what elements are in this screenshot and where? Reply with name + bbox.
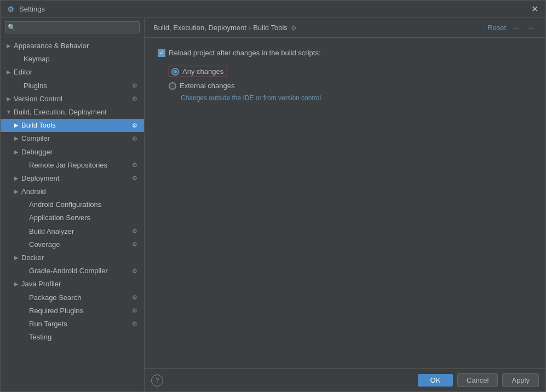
- expand-icon: [20, 215, 28, 222]
- radio-external-changes-row[interactable]: External changes: [169, 82, 532, 90]
- breadcrumb-separator: ›: [249, 24, 251, 32]
- expand-icon: ▶: [13, 175, 20, 182]
- radio-external-label: External changes: [180, 82, 234, 90]
- breadcrumb-actions: Reset ← →: [485, 22, 537, 33]
- sidebar-item-android-configurations[interactable]: Android Configurations: [1, 198, 144, 211]
- expand-icon: ▼: [5, 108, 13, 116]
- sidebar-item-required-plugins[interactable]: Required Plugins ⚙: [1, 304, 144, 318]
- sidebar-item-java-profiler[interactable]: ▶ Java Profiler: [1, 278, 144, 291]
- app-icon: ⚙: [6, 5, 15, 14]
- expand-icon: ▶: [5, 42, 13, 50]
- sidebar-item-build-analyzer[interactable]: Build Analyzer ⚙: [1, 225, 144, 238]
- sidebar-item-build-execution[interactable]: ▼ Build, Execution, Deployment: [1, 106, 144, 119]
- settings-gear-icon: ⚙: [132, 161, 140, 169]
- settings-gear-icon: ⚙: [132, 135, 140, 143]
- hint-text: Changes outside the IDE or from version …: [181, 94, 532, 102]
- radio-group: Any changes External changes Changes out…: [169, 66, 532, 102]
- sidebar-item-gradle-android[interactable]: Gradle-Android Compiler ⚙: [1, 264, 144, 278]
- sidebar-item-label: Gradle-Android Compiler: [29, 266, 132, 276]
- expand-icon: [20, 241, 28, 249]
- expand-icon: ▶: [5, 95, 13, 103]
- settings-content: Reload project after changes in the buil…: [145, 38, 545, 368]
- sidebar-item-debugger[interactable]: ▶ Debugger: [1, 146, 144, 159]
- search-input[interactable]: [5, 21, 140, 33]
- titlebar: ⚙ Settings ✕: [1, 1, 545, 18]
- expand-icon: ▶: [13, 135, 20, 142]
- sidebar-item-package-search[interactable]: Package Search ⚙: [1, 291, 144, 304]
- sidebar-item-label: Run Targets: [29, 319, 132, 329]
- search-bar: 🔍: [1, 18, 144, 37]
- bottom-left: ?: [151, 374, 163, 387]
- sidebar-item-application-servers[interactable]: Application Servers: [1, 211, 144, 224]
- reload-checkbox-label[interactable]: Reload project after changes in the buil…: [158, 49, 321, 57]
- sidebar-item-coverage[interactable]: Coverage ⚙: [1, 238, 144, 251]
- close-button[interactable]: ✕: [529, 4, 540, 15]
- settings-gear-icon: ⚙: [132, 240, 140, 249]
- sidebar-item-remote-jar[interactable]: Remote Jar Repositories ⚙: [1, 159, 144, 172]
- sidebar-item-label: Remote Jar Repositories: [29, 160, 132, 170]
- sidebar-item-label: Package Search: [29, 293, 132, 303]
- help-button[interactable]: ?: [151, 374, 163, 387]
- sidebar-item-compiler[interactable]: ▶ Compiler ⚙: [1, 132, 144, 145]
- checkbox-label-text: Reload project after changes in the buil…: [169, 49, 321, 57]
- settings-gear-icon: ⚙: [132, 174, 140, 182]
- sidebar-item-testing[interactable]: Testing: [1, 331, 144, 344]
- sidebar-item-label: Application Servers: [29, 213, 140, 223]
- sidebar-item-label: Plugins: [24, 81, 132, 91]
- expand-icon: ▶: [13, 122, 20, 129]
- expand-icon: [20, 307, 28, 315]
- settings-gear-icon: ⚙: [132, 122, 140, 130]
- expand-icon: ▶: [5, 68, 13, 76]
- expand-icon: ▶: [13, 280, 20, 288]
- expand-icon: ▶: [13, 188, 20, 195]
- sidebar-tree: ▶ Appearance & Behavior Keymap ▶ Editor …: [1, 37, 144, 391]
- sidebar-item-run-targets[interactable]: Run Targets ⚙: [1, 318, 144, 331]
- expand-icon: ▶: [13, 254, 20, 262]
- expand-icon: [20, 294, 28, 302]
- sidebar-item-deployment[interactable]: ▶ Deployment ⚙: [1, 172, 144, 185]
- sidebar-item-label: Version Control: [14, 94, 132, 104]
- sidebar-item-label: Android: [21, 187, 140, 197]
- sidebar-item-plugins[interactable]: Plugins ⚙: [1, 79, 144, 93]
- sidebar-item-label: Android Configurations: [29, 200, 140, 210]
- sidebar-item-version-control[interactable]: ▶ Version Control ⚙: [1, 93, 144, 106]
- sidebar-item-label: Keymap: [24, 54, 140, 64]
- sidebar-item-label: Required Plugins: [29, 306, 132, 316]
- sidebar-item-label: Docker: [21, 253, 140, 263]
- settings-gear-icon: ⚙: [132, 267, 140, 275]
- settings-gear-icon: ⚙: [132, 95, 140, 103]
- sidebar-item-docker[interactable]: ▶ Docker: [1, 251, 144, 264]
- sidebar-item-label: Editor: [14, 67, 140, 77]
- reset-button[interactable]: Reset: [485, 22, 508, 33]
- expand-icon: [15, 55, 22, 63]
- expand-icon: [15, 82, 22, 90]
- sidebar-item-android[interactable]: ▶ Android: [1, 185, 144, 198]
- breadcrumb-path: Build, Execution, Deployment: [153, 24, 246, 32]
- cancel-button[interactable]: Cancel: [457, 373, 498, 387]
- sidebar-item-label: Debugger: [21, 147, 140, 157]
- settings-gear-icon: ⚙: [132, 82, 140, 90]
- sidebar-item-editor[interactable]: ▶ Editor: [1, 66, 144, 79]
- radio-any-changes[interactable]: [171, 68, 179, 76]
- apply-button[interactable]: Apply: [502, 373, 539, 387]
- expand-icon: [20, 201, 28, 209]
- reload-checkbox[interactable]: [158, 49, 165, 57]
- breadcrumb-current: Build Tools: [253, 24, 288, 32]
- ok-button[interactable]: OK: [418, 374, 453, 387]
- expand-icon: [20, 162, 28, 169]
- sidebar-item-keymap[interactable]: Keymap: [1, 53, 144, 66]
- checkbox-row: Reload project after changes in the buil…: [158, 49, 532, 57]
- sidebar-item-label: Java Profiler: [21, 279, 140, 289]
- expand-icon: [20, 320, 28, 328]
- sidebar-item-label: Build, Execution, Deployment: [14, 107, 140, 117]
- main-content: 🔍 ▶ Appearance & Behavior Keymap ▶: [1, 18, 545, 391]
- radio-any-changes-row[interactable]: Any changes: [169, 66, 532, 77]
- sidebar-item-label: Testing: [29, 332, 140, 342]
- forward-button[interactable]: →: [525, 22, 537, 33]
- radio-any-label: Any changes: [182, 67, 223, 76]
- settings-gear-icon: ⚙: [132, 320, 140, 328]
- back-button[interactable]: ←: [510, 22, 522, 33]
- sidebar-item-build-tools[interactable]: ▶ Build Tools ⚙: [1, 119, 144, 132]
- radio-external-changes[interactable]: [169, 82, 176, 90]
- sidebar-item-appearance[interactable]: ▶ Appearance & Behavior: [1, 39, 144, 53]
